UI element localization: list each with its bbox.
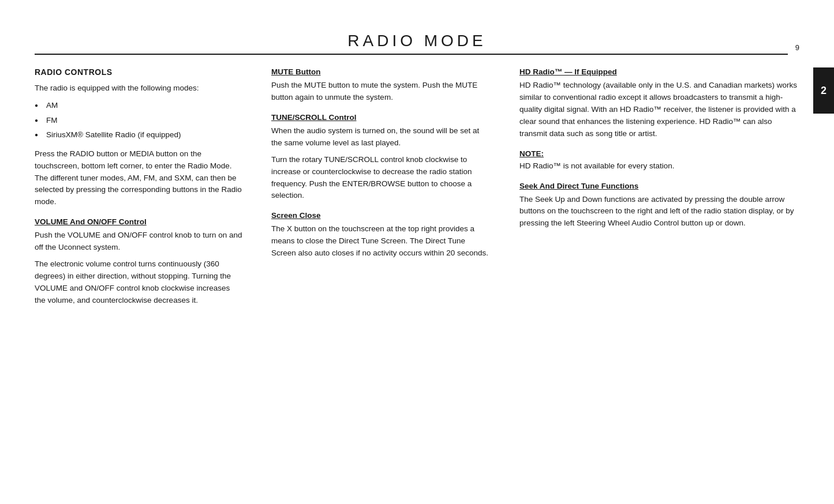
seek-functions-para: The Seek Up and Down functions are activ…: [519, 194, 799, 230]
chapter-tab: 2: [813, 67, 834, 114]
bullet-fm: FM: [35, 114, 242, 127]
radio-modes-list: AM FM SiriusXM® Satellite Radio (if equi…: [35, 99, 242, 141]
radio-controls-heading: RADIO CONTROLS: [35, 67, 242, 77]
bullet-siriusxm: SiriusXM® Satellite Radio (if equipped): [35, 129, 242, 141]
mute-heading: MUTE Button: [271, 67, 491, 76]
mute-para: Push the MUTE button to mute the system.…: [271, 80, 491, 104]
page-container: 9 RADIO MODE RADIO CONTROLS The radio is…: [0, 32, 834, 504]
radio-controls-para2: Press the RADIO button or MEDIA button o…: [35, 148, 242, 209]
page-number: 9: [795, 43, 799, 52]
radio-controls-intro: The radio is equipped with the following…: [35, 82, 242, 95]
tune-para1: When the audio system is turned on, the …: [271, 125, 491, 149]
note-heading: NOTE:: [519, 149, 799, 158]
hd-radio-para: HD Radio™ technology (available only in …: [519, 80, 799, 140]
top-rule: [35, 54, 788, 55]
volume-para1: Push the VOLUME and ON/OFF control knob …: [35, 230, 242, 254]
bullet-am: AM: [35, 99, 242, 112]
hd-radio-heading: HD Radio™ — If Equipped: [519, 67, 799, 76]
tune-heading: TUNE/SCROLL Control: [271, 113, 491, 122]
content-columns: RADIO CONTROLS The radio is equipped wit…: [35, 67, 799, 311]
screen-close-heading: Screen Close: [271, 211, 491, 220]
volume-para2: The electronic volume control turns cont…: [35, 258, 242, 307]
volume-heading: VOLUME And ON/OFF Control: [35, 217, 242, 226]
page-title: RADIO MODE: [35, 32, 799, 50]
left-column: RADIO CONTROLS The radio is equipped wit…: [35, 67, 242, 311]
tune-para2: Turn the rotary TUNE/SCROLL control knob…: [271, 154, 491, 202]
seek-functions-heading: Seek And Direct Tune Functions: [519, 182, 799, 190]
middle-column: MUTE Button Push the MUTE button to mute…: [271, 67, 491, 264]
note-para: HD Radio™ is not available for every sta…: [519, 160, 799, 172]
right-column: 2 HD Radio™ — If Equipped HD Radio™ tech…: [519, 67, 799, 234]
screen-close-para: The X button on the touchscreen at the t…: [271, 223, 491, 259]
